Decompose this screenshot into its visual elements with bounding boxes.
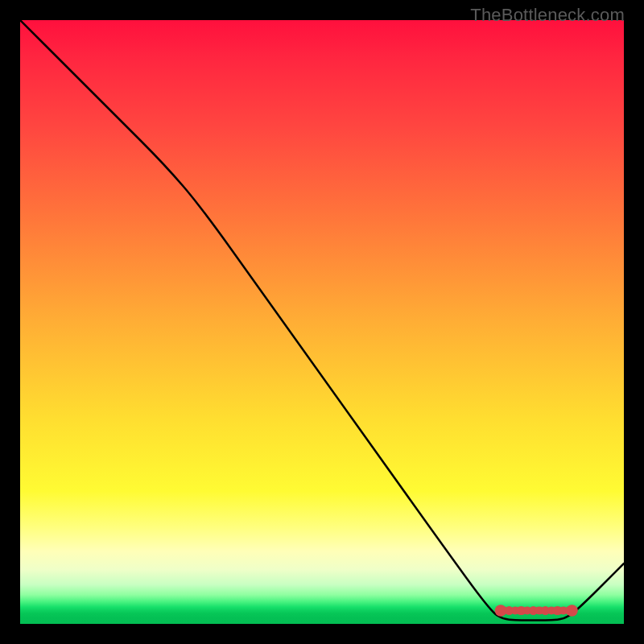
plot-area	[20, 20, 624, 624]
optimal-marker-cap	[495, 605, 507, 617]
bottleneck-curve	[20, 20, 624, 621]
optimal-marker-cap	[566, 605, 578, 617]
plot-inner	[20, 20, 624, 624]
optimal-zone-markers	[495, 605, 578, 617]
watermark-text: TheBottleneck.com	[470, 5, 625, 26]
chart-overlay	[20, 20, 624, 624]
